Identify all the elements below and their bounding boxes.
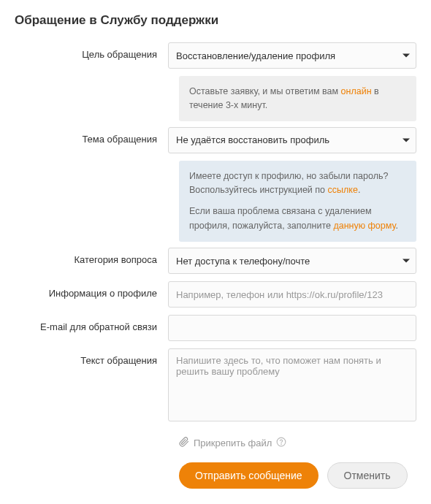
attach-file[interactable]: Прикрепить файл [179,437,416,449]
chevron-down-icon [403,259,410,263]
page-title: Обращение в Службу поддержки [15,13,416,28]
row-subject: Тема обращения Не удаётся восстановить п… [15,127,416,153]
row-purpose: Цель обращения Восстановление/удаление п… [15,42,416,69]
submit-button[interactable]: Отправить сообщение [179,462,319,489]
row-profile-info: Информация о профиле [15,281,416,308]
attach-file-label: Прикрепить файл [194,438,272,448]
label-category: Категория вопроса [15,248,168,265]
select-purpose-value: Восстановление/удаление профиля [176,50,335,61]
chevron-down-icon [403,138,410,142]
textarea-message[interactable] [168,348,416,421]
row-category: Категория вопроса Нет доступа к телефону… [15,248,416,274]
link-delete-form[interactable]: данную форму [333,221,395,231]
label-profile-info: Информация о профиле [15,281,168,299]
label-subject: Тема обращения [15,127,168,145]
select-category-value: Нет доступа к телефону/почте [176,256,310,267]
svg-point-1 [281,444,282,445]
chevron-down-icon [403,54,410,58]
link-online[interactable]: онлайн [341,86,372,96]
select-category[interactable]: Нет доступа к телефону/почте [168,248,416,274]
input-email[interactable] [168,315,416,341]
label-email: E-mail для обратной связи [15,315,168,332]
info-purpose: Оставьте заявку, и мы ответим вам онлайн… [179,76,416,121]
label-message: Текст обращения [15,348,168,366]
row-email: E-mail для обратной связи [15,315,416,341]
info-subject: Имеете доступ к профилю, но забыли парол… [179,161,416,243]
input-profile-info[interactable] [168,281,416,308]
select-subject-value: Не удаётся восстановить профиль [176,134,329,145]
select-purpose[interactable]: Восстановление/удаление профиля [168,42,416,69]
paperclip-icon [179,437,189,449]
cancel-button[interactable]: Отменить [327,462,408,489]
row-message: Текст обращения [15,348,416,424]
select-subject[interactable]: Не удаётся восстановить профиль [168,127,416,153]
link-instructions[interactable]: ссылке [328,185,358,195]
label-purpose: Цель обращения [15,42,168,60]
buttons-row: Отправить сообщение Отменить [179,462,416,489]
help-icon[interactable] [276,437,286,449]
